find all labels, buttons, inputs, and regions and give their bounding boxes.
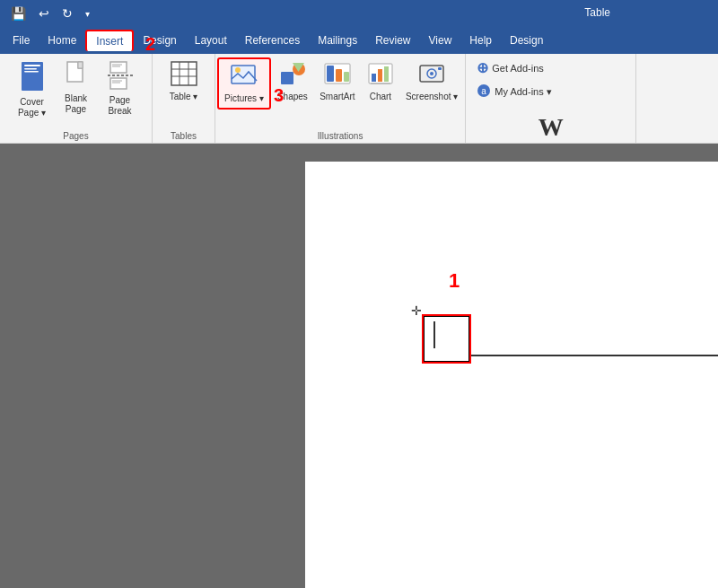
my-addins-label: My Add-ins ▾ — [495, 86, 551, 98]
document-sidebar — [0, 144, 305, 588]
tables-group-label: Tables — [171, 129, 197, 141]
my-addins-icon: a — [477, 83, 491, 101]
menu-view[interactable]: View — [420, 31, 461, 50]
menu-layout[interactable]: Layout — [186, 31, 236, 50]
pictures-label: Pictures ▾ — [224, 93, 264, 104]
svg-point-19 — [235, 67, 241, 73]
menu-bar: File Home Insert Design Layout Reference… — [0, 27, 718, 54]
quick-access-toolbar: 💾 ↩ ↻ ▾ — [7, 4, 93, 22]
svg-rect-30 — [384, 66, 389, 82]
pages-buttons: CoverPage ▾ BlankPage — [10, 57, 143, 129]
menu-references[interactable]: References — [236, 31, 309, 50]
table-cell[interactable]: ✛ — [422, 314, 471, 364]
chart-icon — [368, 61, 393, 90]
get-addins-icon: ⊕ — [477, 59, 488, 76]
table-move-handle[interactable]: ✛ — [411, 303, 422, 318]
svg-rect-28 — [372, 74, 376, 82]
save-icon[interactable]: 💾 — [7, 4, 30, 22]
menu-home[interactable]: Home — [39, 31, 85, 50]
pages-group: CoverPage ▾ BlankPage — [0, 54, 153, 143]
document-area: 1 ✛ — [0, 144, 718, 588]
screenshot-button[interactable]: Screenshot ▾ — [400, 57, 463, 106]
svg-rect-24 — [327, 66, 334, 82]
cover-page-button[interactable]: CoverPage ▾ — [10, 57, 55, 122]
svg-rect-26 — [344, 72, 349, 82]
screenshot-icon — [418, 61, 445, 90]
svg-rect-2 — [24, 68, 37, 70]
pages-group-label: Pages — [63, 129, 88, 141]
shapes-icon — [279, 61, 306, 90]
menu-review[interactable]: Review — [366, 31, 419, 50]
illustrations-buttons: Pictures ▾ Shapes — [217, 57, 463, 110]
svg-rect-29 — [378, 69, 382, 82]
svg-marker-5 — [78, 62, 83, 68]
table-icon — [171, 61, 197, 90]
menu-insert[interactable]: Insert — [85, 30, 134, 51]
cover-page-label: CoverPage ▾ — [18, 97, 46, 118]
screenshot-label: Screenshot ▾ — [406, 92, 458, 102]
step-1-annotation: 1 — [449, 269, 460, 293]
pictures-icon — [231, 63, 258, 92]
document-page[interactable]: 1 ✛ — [305, 162, 718, 588]
svg-rect-20 — [281, 72, 293, 84]
table-line — [471, 355, 718, 356]
page-break-icon — [108, 61, 133, 93]
table-label: Table ▾ — [170, 92, 198, 102]
menu-file[interactable]: File — [4, 31, 39, 50]
pictures-button[interactable]: Pictures ▾ — [217, 57, 271, 110]
text-cursor — [433, 321, 435, 348]
document-main: 1 ✛ — [305, 144, 718, 588]
page-break-button[interactable]: PageBreak — [98, 57, 143, 120]
undo-icon[interactable]: ↩ — [35, 4, 53, 22]
blank-page-label: BlankPage — [65, 93, 87, 115]
my-addins-button[interactable]: a My Add-ins ▾ — [473, 82, 628, 102]
page-break-label: PageBreak — [108, 95, 131, 117]
illustrations-group: Pictures ▾ Shapes — [215, 54, 466, 143]
menu-design[interactable]: Design — [134, 31, 185, 50]
table-button[interactable]: Table ▾ — [159, 57, 209, 106]
menu-mailings[interactable]: Mailings — [309, 31, 366, 50]
svg-rect-3 — [24, 71, 39, 73]
cover-page-icon — [20, 61, 45, 95]
illustrations-group-label: Illustrations — [318, 129, 363, 141]
svg-rect-1 — [24, 65, 40, 66]
wikipedia-icon: W — [538, 113, 564, 142]
svg-rect-6 — [110, 62, 127, 73]
customize-icon[interactable]: ▾ — [82, 7, 93, 21]
menu-help[interactable]: Help — [460, 31, 501, 50]
blank-page-icon — [66, 61, 87, 92]
shapes-button[interactable]: Shapes — [271, 57, 314, 106]
menu-design2[interactable]: Design — [501, 31, 552, 50]
window-title: Table — [584, 6, 610, 19]
svg-rect-25 — [336, 69, 342, 82]
addins-group: ⊕ Get Add-ins a My Add-ins ▾ W Wikipedia… — [466, 54, 636, 143]
tables-group: Table ▾ Tables — [153, 54, 215, 143]
svg-point-34 — [430, 72, 433, 75]
svg-text:a: a — [482, 86, 487, 96]
shapes-label: Shapes — [277, 92, 308, 102]
smartart-label: SmartArt — [320, 92, 355, 102]
chart-label: Chart — [370, 92, 391, 102]
tables-buttons: Table ▾ — [159, 57, 209, 129]
get-addins-label: Get Add-ins — [492, 63, 543, 74]
table-cell-inner — [424, 316, 469, 362]
smartart-icon — [324, 61, 351, 90]
smartart-button[interactable]: SmartArt — [314, 57, 361, 106]
svg-rect-35 — [438, 67, 442, 70]
chart-button[interactable]: Chart — [361, 57, 400, 106]
blank-page-button[interactable]: BlankPage — [57, 57, 96, 118]
svg-rect-8 — [110, 78, 127, 89]
redo-icon[interactable]: ↻ — [58, 4, 76, 22]
get-addins-button[interactable]: ⊕ Get Add-ins — [473, 57, 628, 78]
title-bar: 💾 ↩ ↻ ▾ Table — [0, 0, 718, 27]
svg-rect-13 — [171, 62, 197, 85]
ribbon: CoverPage ▾ BlankPage — [0, 54, 718, 144]
